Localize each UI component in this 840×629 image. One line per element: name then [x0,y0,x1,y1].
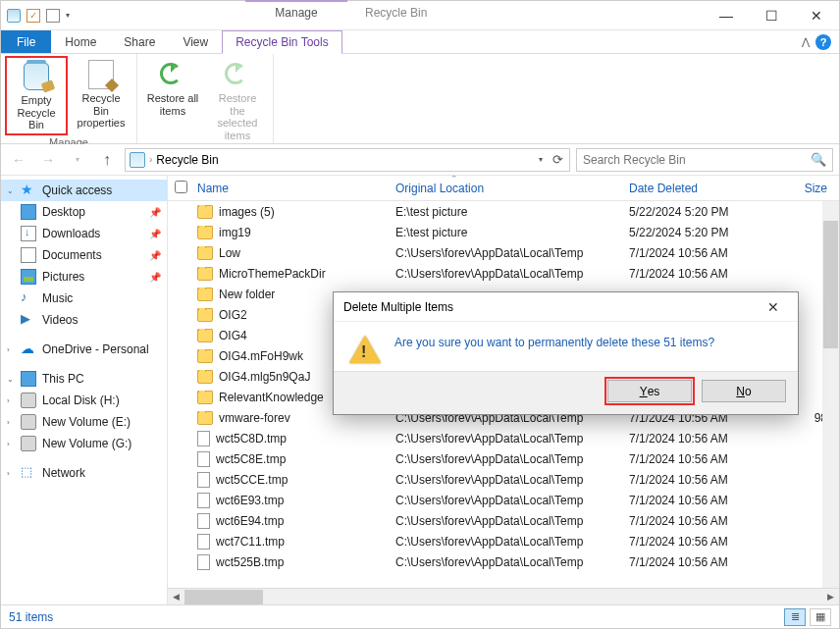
vertical-scrollbar[interactable] [822,201,839,588]
refresh-icon[interactable]: ⟳ [549,152,567,167]
column-name[interactable]: Name [193,182,395,195]
table-row[interactable]: MicroThemePackDirC:\Users\forev\AppData\… [168,263,839,284]
file-name: vmware-forev [219,411,290,425]
file-original-location: E:\test picture [395,226,629,239]
dialog-close-button[interactable]: ✕ [759,299,788,315]
search-icon[interactable]: 🔍 [811,152,826,167]
qat-properties-icon[interactable]: ✓ [26,9,40,23]
collapse-ribbon-icon[interactable]: ⋀ [802,36,810,47]
view-details-button[interactable]: ≣ [784,608,806,626]
table-row[interactable]: wct5C8D.tmpC:\Users\forev\AppData\Local\… [168,428,839,448]
scroll-right-button[interactable]: ▶ [822,589,839,605]
sidebar-item-music[interactable]: ♪Music [1,288,167,309]
horizontal-scrollbar[interactable]: ◀ ▶ [168,588,839,604]
sidebar-item-onedrive[interactable]: ›☁OneDrive - Personal [1,339,167,360]
address-dropdown-icon[interactable]: ▾ [535,155,547,164]
sidebar-item-this-pc[interactable]: ⌄This PC [1,368,167,390]
folder-icon [197,308,213,322]
vertical-scroll-thumb[interactable] [823,221,838,348]
table-row[interactable]: LowC:\Users\forev\AppData\Local\Temp7/1/… [168,242,839,263]
recycle-bin-properties-button[interactable]: Recycle Bin properties [70,56,132,135]
chevron-right-icon[interactable]: › [149,154,152,165]
search-input[interactable] [583,153,811,167]
nav-up-button[interactable]: ↑ [95,148,119,172]
file-original-location: C:\Users\forev\AppData\Local\Temp [395,514,629,528]
dialog-yes-button[interactable]: Yes [607,380,692,402]
close-button[interactable]: ✕ [794,1,839,30]
table-row[interactable]: wct7C11.tmpC:\Users\forev\AppData\Local\… [168,531,839,551]
horizontal-scroll-thumb[interactable] [184,590,263,604]
desktop-icon [21,204,36,220]
address-bar[interactable]: › Recycle Bin ▾ ⟳ [125,148,570,172]
drive-icon [21,436,36,451]
column-original-location[interactable]: Original Location [395,182,629,195]
table-row[interactable]: wct525B.tmpC:\Users\forev\AppData\Local\… [168,551,839,572]
table-row[interactable]: wct5C8E.tmpC:\Users\forev\AppData\Local\… [168,448,839,469]
sidebar-item-pictures[interactable]: Pictures📌 [1,266,167,288]
file-date-deleted: 7/1/2024 10:56 AM [629,535,786,549]
folder-icon [197,411,213,425]
view-large-icons-button[interactable]: ▦ [810,608,831,626]
file-date-deleted: 7/1/2024 10:56 AM [629,432,786,446]
folder-icon [197,370,213,384]
tab-view[interactable]: View [169,30,222,53]
column-date-deleted[interactable]: Date Deleted [629,182,786,195]
select-all-checkbox[interactable] [175,181,187,193]
tab-share[interactable]: Share [110,30,169,53]
folder-icon [197,205,213,219]
pictures-icon [21,269,36,285]
nav-history-dropdown[interactable]: ▾ [66,148,89,172]
table-row[interactable]: wct6E94.tmpC:\Users\forev\AppData\Local\… [168,510,839,531]
scroll-left-button[interactable]: ◀ [168,589,184,605]
maximize-button[interactable]: ☐ [749,1,794,30]
table-row[interactable]: wct5CCE.tmpC:\Users\forev\AppData\Local\… [168,469,839,490]
restore-all-items-button[interactable]: Restore all items [141,56,204,144]
dialog-no-button[interactable]: No [702,380,786,402]
nav-back-button[interactable]: ← [7,148,30,172]
sort-indicator-icon: ⌃ [450,176,458,183]
sidebar-item-quick-access[interactable]: ⌄★Quick access [1,180,167,201]
file-date-deleted: 7/1/2024 10:56 AM [629,452,786,466]
minimize-button[interactable]: — [704,1,749,30]
file-date-deleted: 5/22/2024 5:20 PM [629,226,786,239]
empty-recycle-bin-button[interactable]: Empty Recycle Bin [5,56,68,135]
file-name: wct525B.tmp [216,555,284,569]
qat-customize-dropdown-icon[interactable]: ▾ [66,11,70,20]
file-name: img19 [219,226,251,239]
help-icon[interactable]: ? [815,34,831,50]
sidebar-item-videos[interactable]: ▶Videos [1,309,167,331]
sidebar-item-new-volume-e[interactable]: ›New Volume (E:) [1,411,167,433]
status-bar: 51 items ≣ ▦ [1,604,839,628]
file-name: OIG4.mlg5n9QaJ [219,370,310,384]
downloads-icon [21,226,36,241]
sidebar-item-new-volume-g[interactable]: ›New Volume (G:) [1,433,167,454]
qat-new-folder-icon[interactable] [46,9,60,23]
nav-forward-button[interactable]: → [36,148,60,172]
folder-icon [197,391,213,404]
tab-home[interactable]: Home [51,30,110,53]
navigation-pane[interactable]: ⌄★Quick access Desktop📌 Downloads📌 Docum… [1,176,168,604]
table-row[interactable]: wct6E93.tmpC:\Users\forev\AppData\Local\… [168,490,839,510]
file-date-deleted: 7/1/2024 10:56 AM [629,555,786,569]
tab-file[interactable]: File [1,30,51,53]
breadcrumb-location[interactable]: Recycle Bin [156,153,218,167]
sidebar-item-documents[interactable]: Documents📌 [1,244,167,266]
sidebar-item-downloads[interactable]: Downloads📌 [1,223,167,244]
table-row[interactable]: img19E:\test picture5/22/2024 5:20 PM [168,222,839,242]
column-headers: Name ⌃ Original Location Date Deleted Si… [168,176,839,201]
warning-icon: ! [349,336,381,365]
restore-selected-icon [223,61,252,88]
file-date-deleted: 5/22/2024 5:20 PM [629,205,786,219]
drive-icon [21,393,36,408]
table-row[interactable]: images (5)E:\test picture5/22/2024 5:20 … [168,201,839,222]
properties-icon [88,60,114,89]
address-toolbar: ← → ▾ ↑ › Recycle Bin ▾ ⟳ 🔍 [1,144,839,176]
column-size[interactable]: Size [786,182,839,195]
sidebar-item-network[interactable]: ›⬚Network [1,462,167,484]
tab-recycle-bin-tools[interactable]: Recycle Bin Tools [222,30,342,54]
file-original-location: C:\Users\forev\AppData\Local\Temp [395,246,629,260]
search-box[interactable]: 🔍 [576,148,833,172]
sidebar-item-local-disk-h[interactable]: ›Local Disk (H:) [1,390,167,411]
folder-icon [197,226,213,239]
sidebar-item-desktop[interactable]: Desktop📌 [1,201,167,223]
